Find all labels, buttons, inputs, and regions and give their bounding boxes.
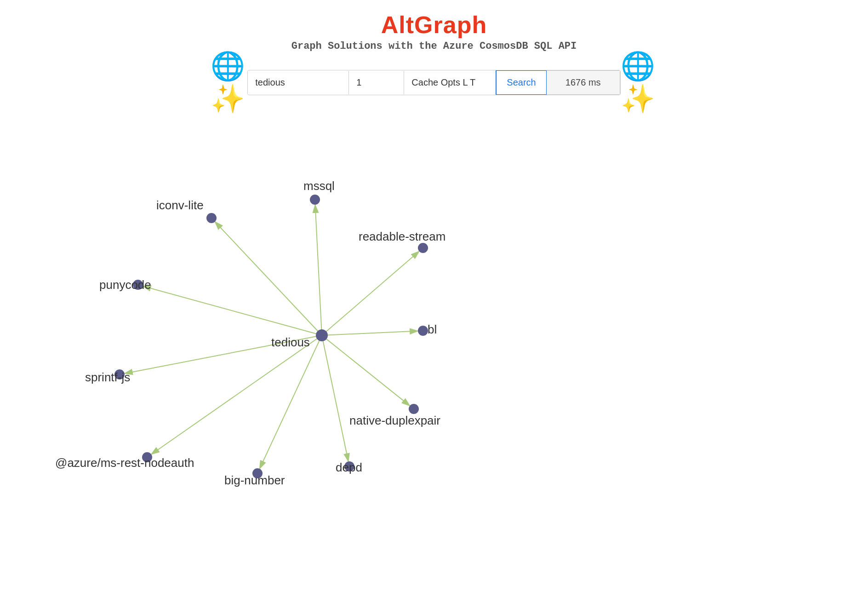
node-label-iconv-lite: iconv-lite: [156, 198, 204, 213]
node-label-bl: bl: [428, 322, 437, 337]
svg-line-5: [326, 339, 410, 406]
package-input[interactable]: [248, 71, 349, 94]
svg-line-4: [327, 331, 418, 335]
node-dot-bl[interactable]: [418, 326, 428, 336]
svg-line-2: [315, 205, 322, 330]
node-dot-readable-stream[interactable]: [418, 243, 428, 253]
node-label-depd: depd: [336, 460, 362, 475]
svg-line-10: [143, 286, 317, 334]
svg-line-7: [260, 340, 320, 469]
node-dot-mssql[interactable]: [310, 195, 320, 205]
node-dot-iconv-lite[interactable]: [206, 213, 217, 223]
search-button[interactable]: Search: [496, 70, 546, 95]
node-label-mssql: mssql: [303, 179, 335, 193]
toolbar-inputs: Search 1676 ms: [247, 70, 620, 95]
toolbar: 🌐✨ Search 1676 ms 🌐✨: [0, 57, 868, 105]
graph-svg: [0, 110, 868, 570]
planet-icon-right: 🌐✨: [621, 64, 657, 101]
app-subtitle: Graph Solutions with the Azure CosmosDB …: [0, 40, 868, 52]
graph-container: tediousiconv-litemssqlreadable-streambln…: [0, 110, 868, 570]
node-label-@azure/ms-rest-nodeauth: @azure/ms-rest-nodeauth: [55, 456, 194, 470]
node-dot-tedious[interactable]: [316, 329, 328, 341]
svg-line-6: [323, 340, 348, 461]
node-label-big-number: big-number: [224, 473, 285, 488]
depth-input[interactable]: [349, 71, 404, 94]
node-label-native-duplexpair: native-duplexpair: [349, 414, 440, 428]
node-label-readable-stream: readable-stream: [359, 230, 445, 244]
svg-line-8: [151, 338, 318, 454]
node-dot-native-duplexpair[interactable]: [409, 404, 419, 414]
planet-icon-left: 🌐✨: [211, 64, 247, 101]
node-label-sprintf-js: sprintf-js: [85, 370, 130, 385]
svg-line-1: [215, 222, 319, 332]
node-label-tedious: tedious: [271, 335, 310, 350]
timing-display: 1676 ms: [547, 70, 620, 95]
svg-line-3: [326, 251, 419, 332]
app-title: AltGraph: [0, 11, 868, 39]
cache-input[interactable]: [404, 71, 496, 94]
node-label-punycode: punycode: [99, 278, 151, 292]
